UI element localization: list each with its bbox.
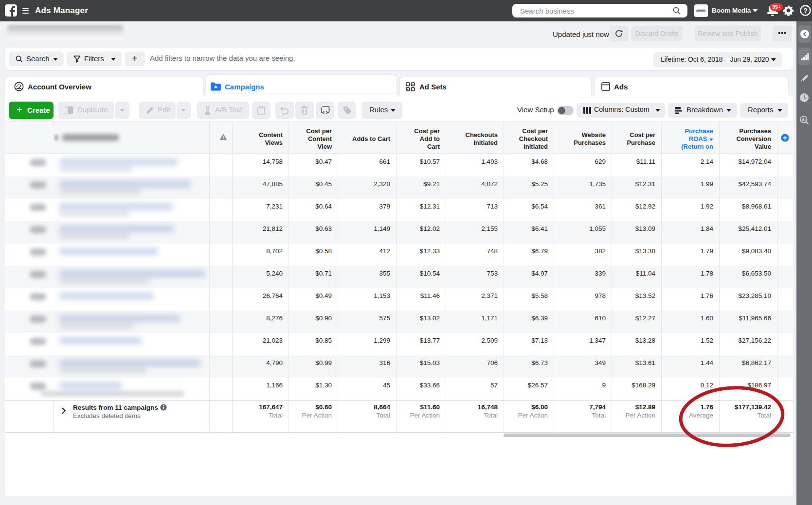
svg-text:?: ?	[803, 7, 808, 15]
